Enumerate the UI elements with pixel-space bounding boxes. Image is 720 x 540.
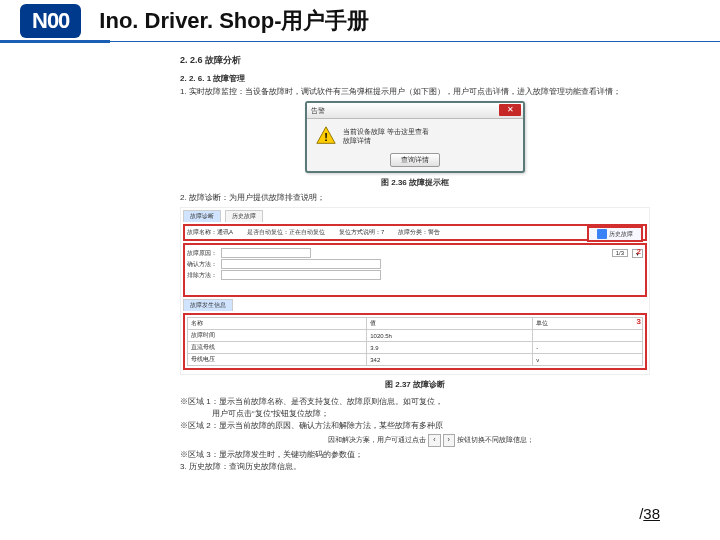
dialog-message-line1: 当前设备故障 等击这里查看	[343, 127, 429, 136]
svg-text:!: !	[324, 131, 328, 143]
table-row: 直流母线 3.9 -	[188, 342, 643, 354]
fault-name-value: 通讯A	[217, 229, 233, 235]
header-rule	[110, 41, 720, 42]
fault-class-label: 故障分类：	[398, 229, 428, 235]
note-3: ※区域 3：显示故障发生时，关键功能码的参数值；	[180, 449, 650, 461]
warning-dialog: 告警 ✕ ! 当前设备故障 等击这里查看 故障详情 查询详情	[305, 101, 525, 173]
table-cell: 1020.5h	[367, 330, 533, 342]
section-heading: 2. 2.6 故障分析	[180, 54, 650, 67]
header-underline	[0, 40, 110, 43]
table-cell: 故障时间	[188, 330, 367, 342]
auto-reset-value: 正在自动复位	[289, 229, 325, 235]
doc-title: Ino. Driver. Shop-用户手册	[99, 6, 720, 36]
view-details-button[interactable]: 查询详情	[390, 153, 440, 167]
dialog-titlebar: 告警 ✕	[307, 103, 523, 119]
paragraph-text: 实时故障监控：当设备故障时，调试软件有三角弹框提示用户（如下图），用户可点击详情…	[189, 87, 621, 96]
reset-desc-label: 复位方式说明：	[339, 229, 381, 235]
dialog-footer: 查询详情	[307, 153, 523, 171]
dialog-message-line2: 故障详情	[343, 136, 429, 145]
figure-caption-1: 图 2.36 故障提示框	[180, 177, 650, 188]
figure-caption-2: 图 2.37 故障诊断	[180, 379, 650, 390]
note-2c: 按钮切换不同故障信息；	[457, 435, 534, 446]
confirm-method-input[interactable]	[221, 259, 381, 269]
list-number: 2.	[180, 193, 187, 202]
table-cell: 值	[367, 318, 533, 330]
fault-cause-label: 故障原因：	[187, 249, 217, 258]
solve-method-label: 排除方法：	[187, 271, 217, 280]
note-1b: 用户可点击“复位”按钮复位故障；	[180, 408, 650, 420]
history-fault-label: 历史故障	[609, 230, 633, 239]
table-cell: 母线电压	[188, 354, 367, 366]
zone-marker-2: 2	[637, 247, 641, 256]
warning-triangle-icon: !	[315, 125, 337, 147]
page-indicator: 1/3	[612, 249, 628, 257]
confirm-method-label: 确认方法：	[187, 260, 217, 269]
table-cell: -	[533, 342, 643, 354]
table-cell: 直流母线	[188, 342, 367, 354]
paragraph-text: 故障诊断：为用户提供故障排查说明；	[189, 193, 325, 202]
page-total: 38	[643, 505, 660, 522]
table-cell: 名称	[188, 318, 367, 330]
dialog-message: 当前设备故障 等击这里查看 故障详情	[343, 127, 429, 145]
zone-2: 故障原因： 1/3 ▾ 2 确认方法： 排除方法：	[183, 243, 647, 297]
note-2b: 因和解决方案，用户可通过点击	[296, 435, 426, 446]
note-2: ※区域 2：显示当前故障的原因、确认方法和解除方法，某些故障有多种原	[180, 420, 650, 432]
note-1: ※区域 1：显示当前故障名称、是否支持复位、故障原则信息。如可复位，	[180, 396, 650, 408]
paragraph-1: 1. 实时故障监控：当设备故障时，调试软件有三角弹框提示用户（如下图），用户可点…	[180, 86, 650, 97]
pager-inline: 因和解决方案，用户可通过点击 ‹ › 按钮切换不同故障信息；	[180, 434, 650, 447]
zone-notes: ※区域 1：显示当前故障名称、是否支持复位、故障原则信息。如可复位， 用户可点击…	[180, 396, 650, 473]
diagnosis-panel: 故障诊断 历史故障 故障名称：通讯A 是否自动复位：正在自动复位 复位方式说明：…	[180, 207, 650, 375]
table-row: 母线电压 342 v	[188, 354, 643, 366]
table-cell: v	[533, 354, 643, 366]
reset-desc-value: 7	[381, 229, 384, 235]
tab-bar: 故障诊断 历史故障	[183, 210, 647, 222]
paragraph-2: 2. 故障诊断：为用户提供故障排查说明；	[180, 192, 650, 203]
table-cell: 单位	[533, 318, 643, 330]
page-number: /38	[639, 505, 660, 522]
zone-3: 名称 值 单位 故障时间 1020.5h 直流母线 3.9 - 母线电压 342	[183, 313, 647, 370]
brand-logo: N00	[20, 4, 81, 38]
note-4-text: 历史故障：查询历史故障信息。	[189, 462, 301, 471]
fault-name-label: 故障名称：	[187, 229, 217, 235]
chevron-right-icon[interactable]: ›	[443, 434, 455, 447]
history-icon	[597, 229, 607, 239]
table-row: 故障时间 1020.5h	[188, 330, 643, 342]
document-body: 2. 2.6 故障分析 2. 2. 6. 1 故障管理 1. 实时故障监控：当设…	[180, 50, 650, 473]
fault-class-value: 警告	[428, 229, 440, 235]
auto-reset-label: 是否自动复位：	[247, 229, 289, 235]
page-header: N00 Ino. Driver. Shop-用户手册	[0, 0, 720, 42]
table-cell	[533, 330, 643, 342]
tab-history[interactable]: 历史故障	[225, 210, 263, 222]
zone-1: 故障名称：通讯A 是否自动复位：正在自动复位 复位方式说明：7 故障分类：警告 …	[183, 224, 647, 241]
tab-diagnosis[interactable]: 故障诊断	[183, 210, 221, 222]
solve-method-input[interactable]	[221, 270, 381, 280]
table-cell: 3.9	[367, 342, 533, 354]
list-number: 1.	[180, 87, 187, 96]
tab-fault-info[interactable]: 故障发生信息	[183, 299, 233, 311]
tab-bar-2: 故障发生信息	[183, 299, 647, 311]
table-cell: 342	[367, 354, 533, 366]
list-number: 3.	[180, 462, 187, 471]
note-4: 3. 历史故障：查询历史故障信息。	[180, 461, 650, 473]
close-icon[interactable]: ✕	[499, 104, 521, 116]
fault-cause-input[interactable]	[221, 248, 311, 258]
table-row: 名称 值 单位	[188, 318, 643, 330]
dialog-body: ! 当前设备故障 等击这里查看 故障详情	[307, 119, 523, 153]
fault-info-table: 名称 值 单位 故障时间 1020.5h 直流母线 3.9 - 母线电压 342	[187, 317, 643, 366]
dialog-title-text: 告警	[311, 106, 325, 116]
chevron-left-icon[interactable]: ‹	[428, 434, 440, 447]
history-fault-button[interactable]: 历史故障	[587, 226, 643, 242]
subsection-heading: 2. 2. 6. 1 故障管理	[180, 73, 650, 84]
zone-marker-3: 3	[637, 317, 641, 326]
